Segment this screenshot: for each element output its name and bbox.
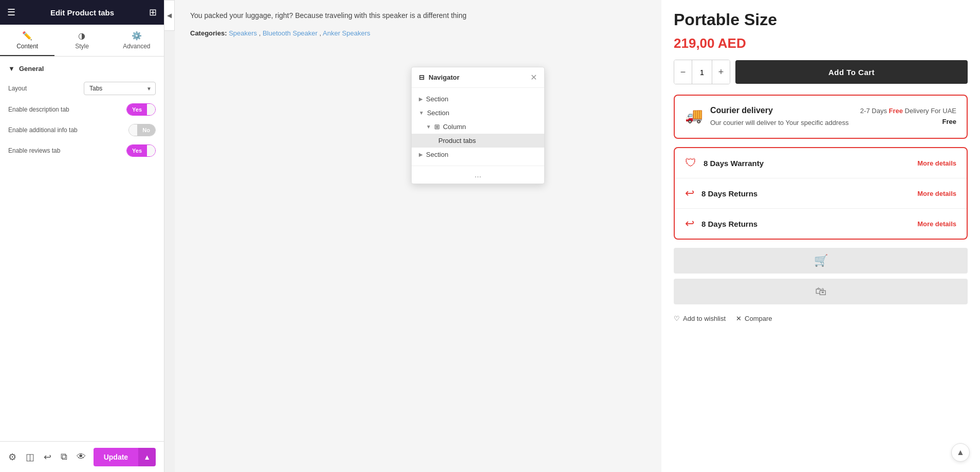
warranty-row-2: ↩ 8 Days Returns More details bbox=[675, 178, 967, 209]
qty-minus-button[interactable]: − bbox=[674, 60, 692, 84]
warranty-more-1[interactable]: More details bbox=[917, 159, 956, 167]
enable-additional-label: Enable additional info tab bbox=[8, 126, 78, 134]
update-button[interactable]: Update bbox=[94, 448, 138, 466]
enable-reviews-yes: Yes bbox=[127, 145, 147, 156]
scroll-top-button[interactable]: ▲ bbox=[951, 443, 970, 462]
delivery-section: 🚚 Courier delivery Our courier will deli… bbox=[674, 95, 968, 139]
panel-title: Edit Product tabs bbox=[50, 8, 114, 17]
wishlist-label: Add to wishlist bbox=[683, 315, 726, 322]
nav-arrow-section1: ▶ bbox=[419, 96, 423, 102]
wishlist-button[interactable]: ♡ Add to wishlist bbox=[674, 315, 726, 322]
free-label: Free bbox=[889, 107, 903, 115]
warranty-shield-icon: 🛡 bbox=[685, 156, 696, 170]
tabs-row: ✏️ Content ◑ Style ⚙️ Advanced bbox=[0, 25, 164, 57]
tab-advanced-label: Advanced bbox=[123, 43, 150, 50]
returns-icon-2: ↩ bbox=[685, 217, 694, 230]
compare-icon: ✕ bbox=[736, 315, 742, 322]
qty-plus-button[interactable]: + bbox=[712, 60, 730, 84]
warranty-row-1: 🛡 8 Days Warranty More details bbox=[675, 148, 967, 178]
enable-reviews-label: Enable reviews tab bbox=[8, 147, 60, 154]
delivery-right: 2-7 Days Free Delivery For UAE Free bbox=[860, 106, 956, 128]
enable-reviews-toggle[interactable]: Yes bbox=[126, 144, 156, 157]
layout-label: Layout bbox=[8, 85, 27, 92]
warranty-section: 🛡 8 Days Warranty More details ↩ 8 Days … bbox=[674, 147, 968, 240]
navigator-header: ⊟ Navigator ✕ bbox=[412, 67, 544, 88]
general-label: General bbox=[19, 65, 44, 72]
eye-icon[interactable]: 👁 bbox=[77, 451, 86, 462]
scroll-top-icon: ▲ bbox=[956, 448, 965, 457]
update-group: Update ▲ bbox=[94, 448, 156, 466]
qty-input[interactable] bbox=[692, 60, 712, 84]
category-speakers[interactable]: Speakers bbox=[229, 29, 257, 37]
product-description: You packed your luggage, right? Because … bbox=[190, 10, 646, 21]
bottom-action-row-1[interactable]: 🛒 bbox=[674, 248, 968, 274]
delivery-days: 2-7 Days Free Delivery For UAE bbox=[860, 106, 956, 117]
layout-select-wrapper: Tabs Accordion Toggle ▼ bbox=[84, 82, 156, 95]
advanced-tab-icon: ⚙️ bbox=[132, 31, 142, 41]
bottom-action-row-2[interactable]: 🛍 bbox=[674, 279, 968, 304]
action-icon-2: 🛍 bbox=[815, 285, 826, 298]
right-product-panel: Portable Size 219,00 AED − + Add To Cart… bbox=[661, 0, 980, 472]
general-section-header[interactable]: ▼ General bbox=[8, 65, 156, 72]
layout-select[interactable]: Tabs Accordion Toggle bbox=[84, 82, 156, 95]
nav-item-section1[interactable]: ▶ Section bbox=[412, 92, 544, 106]
warranty-label-1: 8 Days Warranty bbox=[704, 159, 910, 168]
update-arrow-button[interactable]: ▲ bbox=[138, 448, 156, 466]
nav-tree: ▶ Section ▼ Section ▼ ⊞ Column Product t… bbox=[412, 88, 544, 166]
navigator-ellipsis[interactable]: ... bbox=[412, 166, 544, 184]
copy-icon[interactable]: ⧉ bbox=[61, 451, 67, 462]
nav-label-section1: Section bbox=[426, 95, 448, 103]
delivery-desc: Our courier will deliver to Your specifi… bbox=[710, 118, 853, 128]
nav-item-column[interactable]: ▼ ⊞ Column bbox=[412, 120, 544, 134]
layers-icon[interactable]: ◫ bbox=[26, 451, 34, 463]
tab-advanced[interactable]: ⚙️ Advanced bbox=[109, 25, 164, 56]
hamburger-icon[interactable]: ☰ bbox=[7, 7, 15, 18]
grid-icon[interactable]: ⊞ bbox=[149, 7, 157, 18]
warranty-more-2[interactable]: More details bbox=[917, 190, 956, 197]
warranty-more-3[interactable]: More details bbox=[917, 220, 956, 228]
wishlist-heart-icon: ♡ bbox=[674, 315, 680, 322]
nav-item-product-tabs[interactable]: Product tabs bbox=[412, 134, 544, 148]
navigator-title: ⊟ Navigator bbox=[419, 74, 459, 81]
enable-additional-yes-side bbox=[129, 124, 137, 136]
content-tab-icon: ✏️ bbox=[22, 31, 32, 41]
returns-icon-1: ↩ bbox=[685, 187, 694, 200]
tab-content[interactable]: ✏️ Content bbox=[0, 25, 54, 56]
navigator-close-icon[interactable]: ✕ bbox=[530, 72, 537, 82]
enable-additional-toggle[interactable]: No bbox=[128, 124, 156, 136]
nav-item-section3[interactable]: ▶ Section bbox=[412, 148, 544, 161]
settings-icon[interactable]: ⚙ bbox=[8, 451, 16, 463]
qty-control: − + bbox=[674, 60, 730, 84]
history-icon[interactable]: ↩ bbox=[44, 451, 51, 463]
enable-desc-no-side bbox=[147, 104, 155, 115]
enable-additional-no: No bbox=[137, 124, 155, 136]
delivery-card-inner: 🚚 Courier delivery Our courier will deli… bbox=[685, 106, 956, 128]
page-area: You packed your luggage, right? Because … bbox=[175, 0, 661, 472]
bottom-icons: ⚙ ◫ ↩ ⧉ 👁 bbox=[8, 451, 86, 463]
warranty-row-3: ↩ 8 Days Returns More details bbox=[675, 209, 967, 239]
nav-label-column: Column bbox=[443, 123, 466, 131]
category-anker[interactable]: Anker Speakers bbox=[323, 29, 371, 37]
tab-style-label: Style bbox=[75, 43, 89, 50]
warranty-label-3: 8 Days Returns bbox=[701, 220, 910, 228]
enable-desc-toggle[interactable]: Yes bbox=[126, 103, 156, 116]
collapse-panel-arrow[interactable]: ◀ bbox=[164, 0, 175, 31]
nav-column-icon: ⊞ bbox=[434, 123, 440, 131]
product-price: 219,00 AED bbox=[674, 35, 968, 51]
bottom-bar: ⚙ ◫ ↩ ⧉ 👁 Update ▲ bbox=[0, 441, 164, 472]
category-bluetooth[interactable]: Bluetooth Speaker bbox=[263, 29, 318, 37]
enable-reviews-no-side bbox=[147, 145, 155, 156]
top-bar: ☰ Edit Product tabs ⊞ bbox=[0, 0, 164, 25]
add-to-cart-button[interactable]: Add To Cart bbox=[735, 60, 968, 84]
courier-icon: 🚚 bbox=[685, 107, 703, 124]
tab-style[interactable]: ◑ Style bbox=[54, 25, 109, 56]
wishlist-compare-row: ♡ Add to wishlist ✕ Compare bbox=[674, 310, 968, 328]
navigator-icon: ⊟ bbox=[419, 74, 424, 81]
nav-label-product-tabs: Product tabs bbox=[438, 137, 476, 144]
nav-arrow-section2: ▼ bbox=[419, 110, 424, 116]
nav-arrow-column: ▼ bbox=[426, 124, 431, 130]
compare-button[interactable]: ✕ Compare bbox=[736, 315, 772, 322]
action-icon-1: 🛒 bbox=[814, 254, 828, 267]
enable-desc-label: Enable description tab bbox=[8, 106, 69, 113]
nav-item-section2[interactable]: ▼ Section bbox=[412, 106, 544, 120]
